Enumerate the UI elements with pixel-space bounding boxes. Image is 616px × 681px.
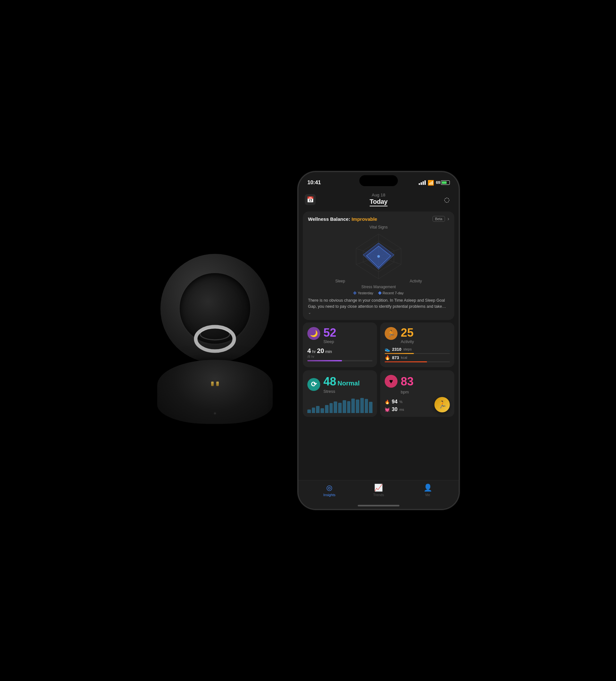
- wellness-beta: Beta: [433, 216, 445, 222]
- desc-chevron-icon[interactable]: ⌄: [308, 310, 311, 315]
- hrv-icon: 💓: [385, 407, 390, 412]
- steps-bar-fill: [385, 353, 414, 354]
- tab-insights[interactable]: ◎ Insights: [305, 484, 354, 497]
- stress-card-top: ⟳ 48 Normal Stress: [307, 375, 373, 394]
- wellness-title: Wellness Balance: Improvable: [308, 216, 377, 222]
- sleep-values: 52 Sleep: [324, 327, 373, 344]
- activity-icon: 🏃: [385, 327, 397, 340]
- header-date: Aug 18: [372, 193, 385, 197]
- status-time: 10:41: [307, 179, 321, 186]
- tab-trends-label: Trends: [373, 493, 384, 497]
- iphone-frame: 10:41 📶 69 📅: [299, 172, 459, 509]
- metrics-grid: 🌙 52 Sleep 4 hr 20 min /8 hr: [299, 323, 459, 417]
- sleep-score: 52: [324, 327, 373, 338]
- kcal-unit: kcal: [401, 356, 407, 359]
- kcal-value: 873: [392, 355, 399, 360]
- kcal-bar-wrap: [385, 361, 450, 362]
- charger-device: [157, 254, 273, 427]
- activity-fab-button[interactable]: 🏃: [434, 397, 450, 412]
- trends-icon: 📈: [374, 484, 383, 492]
- sleep-card-top: 🌙 52 Sleep: [307, 327, 373, 344]
- legend-label-7day: Recent 7-day: [383, 291, 404, 295]
- steps-bar-wrap: [385, 353, 450, 354]
- legend-yesterday: Yesterday: [354, 291, 374, 295]
- stress-icon: ⟳: [307, 378, 320, 391]
- activity-card-top: 🏃 25 Activity: [385, 327, 450, 344]
- stress-values: 48 Normal Stress: [324, 375, 360, 394]
- header-center: Aug 18 Today: [369, 193, 388, 206]
- smart-ring: [192, 324, 237, 353]
- home-bar: [358, 505, 400, 506]
- signal-icon: [419, 180, 426, 185]
- battery-rect: [441, 180, 450, 185]
- wellness-status: Improvable: [352, 216, 377, 222]
- legend-7day: Recent 7-day: [379, 291, 404, 295]
- svg-point-1: [200, 328, 230, 340]
- insights-icon: ◎: [326, 484, 332, 492]
- app-header: 📅 Aug 18 Today ◌: [299, 189, 459, 209]
- activity-score: 25: [401, 327, 450, 338]
- pin-1: [211, 382, 214, 386]
- legend-diamond-yesterday: [353, 291, 356, 295]
- sleep-bar-wrap: [307, 360, 373, 361]
- wifi-icon: 📶: [428, 180, 434, 186]
- sleep-detail: 4 hr 20 min /8 hr: [307, 347, 373, 361]
- hrv-ms-unit: ms: [400, 408, 404, 411]
- bpm-values: 83 bpm: [401, 375, 414, 395]
- activity-label: Activity: [401, 339, 450, 344]
- sleep-time: 4 hr 20 min: [307, 349, 332, 354]
- app-content: 📅 Aug 18 Today ◌ Wellness Balance: Impro…: [299, 189, 459, 480]
- status-icons: 📶 69: [419, 180, 450, 186]
- base-indicator: [214, 412, 216, 414]
- bpm-row: ♥ 83 bpm: [385, 375, 450, 395]
- calendar-button[interactable]: 📅: [305, 194, 316, 205]
- svg-point-0: [196, 327, 234, 351]
- tab-me[interactable]: 👤 Me: [403, 484, 453, 497]
- radar-label-stress: Stress Management: [361, 285, 395, 289]
- stress-chart: [307, 397, 373, 413]
- activity-card[interactable]: 🏃 25 Activity 👟 2310 steps: [380, 323, 454, 367]
- sleep-card[interactable]: 🌙 52 Sleep 4 hr 20 min /8 hr: [303, 323, 377, 367]
- charger-base: [157, 360, 273, 424]
- hrv-ms-value: 30: [392, 407, 397, 412]
- kcal-stat: 🔥 873 kcal: [385, 355, 450, 360]
- sleep-label: Sleep: [324, 339, 373, 344]
- wellness-chevron-icon[interactable]: ›: [447, 216, 449, 222]
- radar-legend: Yesterday Recent 7-day: [354, 291, 404, 295]
- activity-values: 25 Activity: [401, 327, 450, 344]
- charger-lid: [160, 254, 270, 363]
- sleep-bar-fill: [307, 360, 342, 361]
- radar-label-activity: Activity: [410, 279, 422, 283]
- radar-label-vital-signs: Vital Signs: [369, 225, 388, 229]
- hrv-pct-value: 94: [392, 399, 397, 405]
- charger-pins: [211, 382, 219, 386]
- legend-diamond-7day: [378, 291, 382, 295]
- header-title-underline: [369, 206, 388, 206]
- charger-inner: [180, 273, 250, 344]
- wellness-header: Wellness Balance: Improvable Beta ›: [308, 216, 449, 222]
- stress-label: Stress: [324, 389, 360, 394]
- stress-score: 48: [324, 375, 336, 388]
- activity-detail: 👟 2310 steps 🔥 873 kcal: [385, 347, 450, 362]
- kcal-bar-fill: [385, 361, 427, 362]
- radar-svg-wrap: [346, 231, 411, 282]
- header-title-wrap: Today: [369, 198, 388, 206]
- steps-value: 2310: [392, 347, 401, 352]
- wellness-badge-wrap: Beta ›: [433, 216, 449, 222]
- bpm-value: 83: [401, 375, 414, 388]
- tab-trends[interactable]: 📈 Trends: [354, 484, 403, 497]
- stress-card[interactable]: ⟳ 48 Normal Stress: [303, 370, 377, 417]
- dynamic-island: [359, 175, 398, 186]
- heart-card[interactable]: ♥ 83 bpm 🔥 94 % 💓: [380, 370, 454, 417]
- header-title: Today: [369, 198, 388, 205]
- home-indicator: [299, 502, 459, 509]
- tab-insights-label: Insights: [324, 493, 336, 497]
- sleep-icon: 🌙: [307, 327, 320, 340]
- wellness-card[interactable]: Wellness Balance: Improvable Beta › Vita…: [303, 211, 454, 320]
- heart-icon: ♥: [385, 375, 397, 388]
- me-icon: 👤: [424, 484, 432, 492]
- refresh-button[interactable]: ◌: [441, 194, 453, 205]
- tab-me-label: Me: [426, 493, 430, 497]
- shoe-icon: 👟: [385, 347, 390, 352]
- hrv-pct-unit: %: [400, 400, 403, 404]
